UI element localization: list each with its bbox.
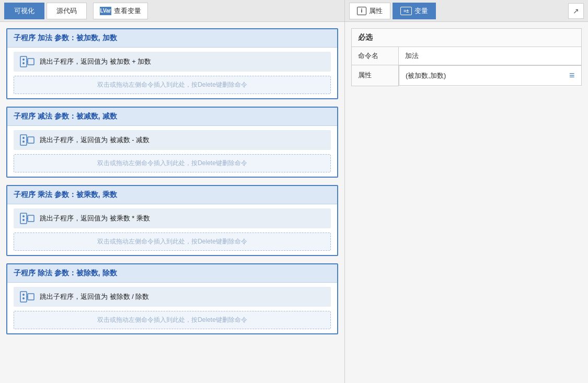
var-icon: ≡± <box>400 7 412 15</box>
prog-add-header: 子程序 加法 参数：被加数, 加数 <box>7 29 337 48</box>
prog-sub-header: 子程序 减法 参数：被减数, 减数 <box>7 108 337 126</box>
svg-rect-5 <box>20 135 27 145</box>
left-tab-bar: 可视化 源代码 LVar 查看变量 <box>0 0 344 22</box>
svg-point-8 <box>22 137 25 139</box>
prog-sub-dropzone[interactable]: 双击或拖动左侧命令插入到此处，按Delete键删除命令 <box>14 154 331 172</box>
prog-mul-body: 跳出子程序，返回值为 被乘数 * 乘数 双击或拖动左侧命令插入到此处，按Dele… <box>7 204 337 255</box>
right-panel: i 属性 ≡± 变量 ↗ 必选 命令名 加法 属性 <box>345 0 588 383</box>
return-icon <box>20 56 34 67</box>
tab-props-label: 属性 <box>369 6 383 16</box>
tab-visualize[interactable]: 可视化 <box>4 3 44 19</box>
prog-mul-command[interactable]: 跳出子程序，返回值为 被乘数 * 乘数 <box>14 208 331 228</box>
prog-mul-block: 子程序 乘法 参数：被乘数, 乘数 跳出子程序，返回值为 被乘数 * 乘数 <box>6 185 338 256</box>
prog-div-command-text: 跳出子程序，返回值为 被除数 / 除数 <box>40 292 149 301</box>
lvar-icon: LVar <box>100 7 111 15</box>
prog-add-dropzone[interactable]: 双击或拖动左侧命令插入到此处，按Delete键删除命令 <box>14 76 331 94</box>
prog-mul-command-text: 跳出子程序，返回值为 被乘数 * 乘数 <box>40 214 150 223</box>
svg-point-9 <box>22 141 25 143</box>
tab-props[interactable]: i 属性 <box>349 3 390 19</box>
return-icon-3 <box>20 213 34 224</box>
tab-source[interactable]: 源代码 <box>47 3 87 19</box>
table-row-name: 命令名 加法 <box>352 47 582 65</box>
tab-vars[interactable]: ≡± 变量 <box>393 3 436 19</box>
row-val-name: 加法 <box>399 47 582 65</box>
prog-add-body: 跳出子程序，返回值为 被加数 + 加数 双击或拖动左侧命令插入到此处，按Dele… <box>7 48 337 98</box>
prog-add-block: 子程序 加法 参数：被加数, 加数 跳出子程序，返回值为 被加数 + 加数 <box>6 28 338 99</box>
prog-sub-block: 子程序 减法 参数：被减数, 减数 跳出子程序，返回值为 被减数 - 减数 <box>6 107 338 178</box>
svg-point-13 <box>22 215 25 217</box>
prog-add-command[interactable]: 跳出子程序，返回值为 被加数 + 加数 <box>14 52 331 72</box>
list-icon[interactable]: ≡ <box>569 70 575 81</box>
prog-sub-body: 跳出子程序，返回值为 被减数 - 减数 双击或拖动左侧命令插入到此处，按Dele… <box>7 126 337 177</box>
svg-rect-15 <box>20 292 27 302</box>
table-row-attr: 属性 (被加数,加数) ≡ <box>352 65 582 86</box>
return-icon-4 <box>20 291 34 303</box>
svg-point-14 <box>22 219 25 221</box>
prog-add-command-text: 跳出子程序，返回值为 被加数 + 加数 <box>40 57 151 66</box>
svg-point-19 <box>22 297 25 299</box>
svg-rect-0 <box>20 56 27 67</box>
tab-vars-label: 变量 <box>414 6 428 16</box>
required-header: 必选 <box>352 29 582 47</box>
props-table: 必选 命令名 加法 属性 (被加数,加数) ≡ <box>351 28 582 86</box>
svg-rect-6 <box>28 137 34 143</box>
right-content: 必选 命令名 加法 属性 (被加数,加数) ≡ <box>345 22 588 383</box>
row-key-name: 命令名 <box>352 47 399 65</box>
svg-point-3 <box>22 59 25 61</box>
svg-rect-1 <box>28 59 34 65</box>
prog-sub-command-text: 跳出子程序，返回值为 被减数 - 减数 <box>40 135 149 145</box>
prog-div-dropzone[interactable]: 双击或拖动左侧命令插入到此处，按Delete键删除命令 <box>14 311 331 329</box>
svg-point-4 <box>22 62 25 64</box>
svg-rect-16 <box>28 294 34 300</box>
left-content: 子程序 加法 参数：被加数, 加数 跳出子程序，返回值为 被加数 + 加数 <box>0 22 344 383</box>
row-val-attr: (被加数,加数) ≡ <box>399 65 582 86</box>
return-icon-2 <box>20 134 34 146</box>
svg-rect-10 <box>20 213 27 224</box>
prog-mul-header: 子程序 乘法 参数：被乘数, 乘数 <box>7 186 337 204</box>
prog-div-block: 子程序 除法 参数：被除数, 除数 跳出子程序，返回值为 被除数 / 除数 <box>6 263 338 334</box>
expand-button[interactable]: ↗ <box>568 3 584 19</box>
row-key-attr: 属性 <box>352 65 399 86</box>
svg-rect-11 <box>28 215 34 222</box>
tab-view-vars-label: 查看变量 <box>114 6 141 16</box>
attr-value: (被加数,加数) <box>406 71 446 80</box>
left-panel: 可视化 源代码 LVar 查看变量 子程序 加法 参数：被加数, 加数 <box>0 0 345 383</box>
prog-mul-dropzone[interactable]: 双击或拖动左侧命令插入到此处，按Delete键删除命令 <box>14 233 331 251</box>
prog-div-header: 子程序 除法 参数：被除数, 除数 <box>7 264 337 283</box>
prog-div-command[interactable]: 跳出子程序，返回值为 被除数 / 除数 <box>14 287 331 307</box>
tab-view-vars[interactable]: LVar 查看变量 <box>93 3 148 19</box>
info-icon: i <box>357 7 366 15</box>
right-tab-bar: i 属性 ≡± 变量 ↗ <box>345 0 588 22</box>
prog-sub-command[interactable]: 跳出子程序，返回值为 被减数 - 减数 <box>14 130 331 150</box>
prog-div-body: 跳出子程序，返回值为 被除数 / 除数 双击或拖动左侧命令插入到此处，按Dele… <box>7 283 337 333</box>
svg-point-18 <box>22 294 25 296</box>
